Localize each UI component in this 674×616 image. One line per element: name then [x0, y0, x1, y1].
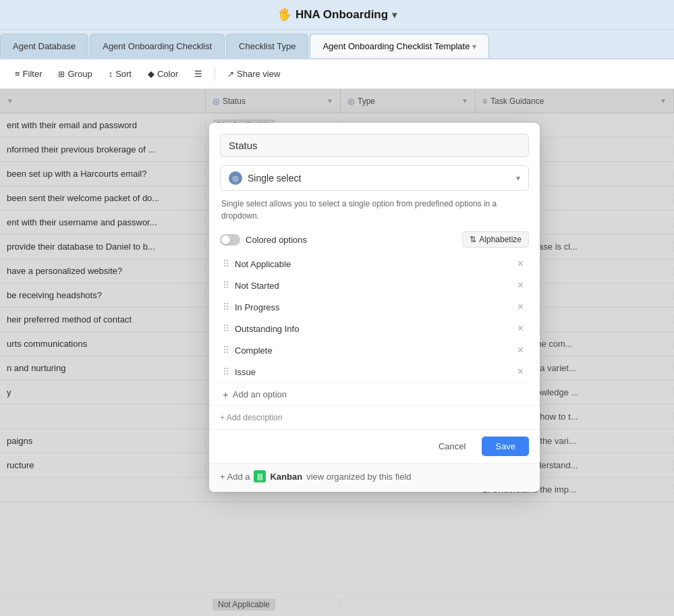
kanban-icon: |||: [254, 470, 266, 482]
option-text-issue: Issue: [235, 367, 515, 377]
cursor-icon: 🖐: [277, 7, 291, 22]
option-item-not-applicable[interactable]: ⠿ Not Applicable ×: [220, 253, 529, 275]
option-item-outstanding-info[interactable]: ⠿ Outstanding Info ×: [220, 318, 529, 339]
color-label: Color: [157, 69, 178, 79]
tab-agent-database[interactable]: Agent Database: [0, 34, 88, 58]
alphabetize-button[interactable]: ⇅ Alphabetize: [462, 231, 529, 248]
option-text-not-applicable: Not Applicable: [235, 259, 515, 269]
options-section: Colored options ⇅ Alphabetize ⠿ Not Appl…: [220, 231, 529, 405]
colored-options-toggle[interactable]: [220, 234, 240, 246]
drag-handle-outstanding-info: ⠿: [223, 323, 229, 334]
group-label: Group: [67, 69, 92, 79]
field-type-icon: ◎: [229, 171, 242, 185]
sort-icon: ↕: [109, 69, 113, 79]
option-item-complete[interactable]: ⠿ Complete ×: [220, 339, 529, 361]
field-name-input[interactable]: [220, 134, 529, 157]
sort-label: Sort: [115, 69, 132, 79]
tab-agent-onboarding[interactable]: Agent Onboarding Checklist: [90, 34, 225, 58]
toolbar-divider: [215, 67, 215, 81]
color-icon: ◆: [148, 69, 155, 79]
tab-chevron: ▾: [472, 42, 476, 51]
colored-options-row: Colored options: [220, 234, 307, 246]
tab-template[interactable]: Agent Onboarding Checklist Template ▾: [310, 34, 489, 58]
option-text-in-progress: In Progress: [235, 302, 515, 312]
tab-bar: Agent Database Agent Onboarding Checklis…: [0, 30, 674, 59]
option-item-in-progress[interactable]: ⠿ In Progress ×: [220, 296, 529, 318]
field-settings-modal: ◎ Single select ▾ Single select allows y…: [209, 123, 540, 492]
drag-handle-not-applicable: ⠿: [223, 258, 229, 269]
option-text-outstanding-info: Outstanding Info: [235, 324, 515, 334]
toolbar: ≡ Filter ⊞ Group ↕ Sort ◆ Color ☰ ↗ Shar…: [0, 59, 674, 89]
field-type-label: Single select: [248, 173, 516, 184]
save-button[interactable]: Save: [482, 437, 529, 456]
field-description: Single select allows you to select a sin…: [220, 198, 529, 222]
tab-checklist-type[interactable]: Checklist Type: [226, 34, 308, 58]
share-view-button[interactable]: ↗ Share view: [221, 65, 287, 82]
color-button[interactable]: ◆ Color: [141, 65, 185, 82]
alphabetize-label: Alphabetize: [479, 235, 522, 244]
field-type-chevron-icon: ▾: [516, 173, 520, 183]
option-remove-not-started[interactable]: ×: [515, 279, 526, 291]
kanban-label: Kanban: [270, 472, 302, 482]
main-area: ▼ ◎ Status ▼ ◎ Type ▼ ≡ Task Guidance ▼ …: [0, 89, 674, 616]
filter-icon: ≡: [15, 69, 20, 79]
option-text-not-started: Not Started: [235, 281, 515, 291]
add-option-row[interactable]: + Add an option: [220, 383, 529, 405]
drag-handle-in-progress: ⠿: [223, 302, 229, 312]
kanban-footer[interactable]: + Add a ||| Kanban view organized by thi…: [209, 463, 540, 492]
kanban-prefix: + Add a: [220, 472, 250, 482]
top-bar: 🖐 HNA Onboarding ▾: [0, 0, 674, 30]
options-list: ⠿ Not Applicable × ⠿ Not Started × ⠿ In …: [220, 253, 529, 383]
group-icon: ⊞: [58, 69, 65, 79]
field-type-selector[interactable]: ◎ Single select ▾: [220, 165, 529, 191]
filter-label: Filter: [23, 69, 43, 79]
option-remove-complete[interactable]: ×: [515, 344, 526, 356]
drag-handle-not-started: ⠿: [223, 280, 229, 291]
option-remove-outstanding-info[interactable]: ×: [515, 323, 526, 335]
title-chevron[interactable]: ▾: [392, 9, 397, 20]
option-remove-not-applicable[interactable]: ×: [515, 258, 526, 270]
add-option-plus-icon: +: [223, 389, 229, 400]
option-item-not-started[interactable]: ⠿ Not Started ×: [220, 275, 529, 296]
add-description-row[interactable]: + Add description: [209, 405, 540, 429]
drag-handle-issue: ⠿: [223, 366, 229, 377]
add-option-label: Add an option: [233, 389, 287, 399]
cancel-button[interactable]: Cancel: [428, 437, 476, 456]
app-title: 🖐 HNA Onboarding ▾: [277, 7, 397, 22]
list-view-button[interactable]: ☰: [188, 65, 209, 82]
list-icon: ☰: [194, 69, 202, 79]
options-header: Colored options ⇅ Alphabetize: [220, 231, 529, 248]
share-icon: ↗: [227, 69, 234, 79]
colored-options-label: Colored options: [246, 235, 307, 245]
option-text-complete: Complete: [235, 345, 515, 356]
option-item-issue[interactable]: ⠿ Issue ×: [220, 361, 529, 383]
drag-handle-complete: ⠿: [223, 345, 229, 356]
kanban-suffix: view organized by this field: [306, 472, 411, 482]
alphabetize-icon: ⇅: [470, 235, 476, 244]
modal-actions: Cancel Save: [209, 429, 540, 463]
sort-button[interactable]: ↕ Sort: [102, 65, 138, 82]
app-title-text: HNA Onboarding: [296, 8, 388, 22]
modal-body: ◎ Single select ▾ Single select allows y…: [209, 123, 540, 405]
filter-button[interactable]: ≡ Filter: [8, 65, 49, 82]
option-remove-issue[interactable]: ×: [515, 366, 526, 378]
group-button[interactable]: ⊞ Group: [51, 65, 99, 82]
option-remove-in-progress[interactable]: ×: [515, 301, 526, 313]
share-label: Share view: [237, 69, 280, 79]
add-description-label: + Add description: [220, 413, 282, 422]
